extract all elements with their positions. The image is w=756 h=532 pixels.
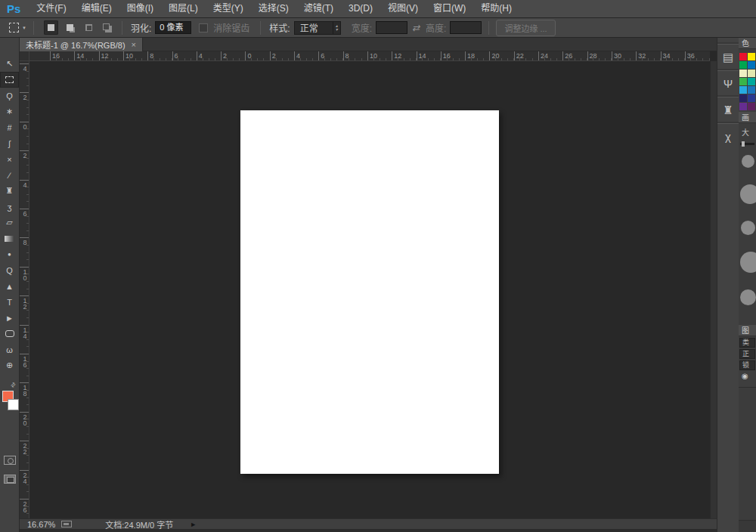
layer-filter-field[interactable]: 类 xyxy=(739,338,755,348)
height-input[interactable] xyxy=(450,21,482,34)
hand-tool[interactable]: ω xyxy=(0,342,19,357)
color-swatch[interactable] xyxy=(739,53,747,60)
vertical-ruler[interactable]: 420246810121416182022242628 xyxy=(20,61,29,518)
path-selection-tool[interactable]: ► xyxy=(0,310,19,326)
zoom-tool[interactable]: ⊕ xyxy=(0,357,19,373)
intersect-selection-button[interactable] xyxy=(101,20,115,35)
tool-preset-picker[interactable]: ▼ xyxy=(9,23,26,32)
color-swatch[interactable] xyxy=(748,86,755,94)
dodge-tool[interactable]: Q xyxy=(0,262,19,278)
menu-view[interactable]: 视图(V) xyxy=(380,0,426,17)
menu-bar: Ps 文件(F)编辑(E)图像(I)图层(L)类型(Y)选择(S)滤镜(T)3D… xyxy=(0,0,756,18)
document-tab[interactable]: 未标题-1 @ 16.7%(RGB/8) × xyxy=(20,38,143,51)
pen-tool[interactable]: ▲ xyxy=(0,278,19,294)
ruler-tick xyxy=(20,237,29,238)
ruler-label: 30 xyxy=(614,52,621,60)
color-swatch[interactable] xyxy=(739,61,747,69)
zoom-level-field[interactable]: 16.67% xyxy=(27,520,55,529)
spinner-icon: ▴▾ xyxy=(333,22,338,34)
antialias-checkbox[interactable] xyxy=(199,23,208,32)
color-swatch[interactable] xyxy=(748,61,755,69)
vertical-scrollbar[interactable] xyxy=(710,61,717,518)
screen-mode-button[interactable] xyxy=(4,475,16,484)
subtract-from-selection-button[interactable] xyxy=(82,20,96,35)
blend-mode-select[interactable]: 正 xyxy=(739,349,755,359)
crop-tool[interactable]: # xyxy=(0,119,19,135)
brush-tip-preview[interactable] xyxy=(740,184,756,204)
quick-mask-button[interactable] xyxy=(4,456,16,465)
type-tool[interactable]: T xyxy=(0,294,19,310)
brush-size-slider[interactable] xyxy=(740,143,754,145)
ruler-label: 28 xyxy=(590,52,597,60)
width-input[interactable] xyxy=(376,21,407,34)
layer-visibility-eye-icon[interactable]: ◉ xyxy=(739,372,755,382)
status-menu-arrow-icon[interactable]: ► xyxy=(190,521,197,528)
layers-panel-tab[interactable]: 图 xyxy=(739,325,756,336)
brush-tip-preview[interactable] xyxy=(740,252,756,273)
color-swatch[interactable] xyxy=(748,103,755,110)
brush-tip-preview[interactable] xyxy=(742,155,754,168)
ruler-tick xyxy=(20,63,29,64)
brush-tip-preview[interactable] xyxy=(740,289,756,305)
ruler-tick xyxy=(74,51,75,61)
eraser-tool[interactable]: ▱ xyxy=(0,215,19,230)
feather-input[interactable]: 0 像素 xyxy=(155,21,191,34)
style-select[interactable]: 正常 ▴▾ xyxy=(294,21,341,35)
color-swatch[interactable] xyxy=(739,103,747,110)
eyedropper-tool[interactable]: ʃ xyxy=(0,135,19,151)
new-selection-button[interactable] xyxy=(44,20,58,35)
background-color-swatch[interactable] xyxy=(8,399,19,410)
history-brush-tool[interactable]: ʒ xyxy=(0,199,19,215)
ruler-tick xyxy=(294,51,295,61)
menu-edit[interactable]: 编辑(E) xyxy=(74,0,119,17)
ruler-label: 10 xyxy=(370,52,377,60)
blur-tool[interactable]: ● xyxy=(0,246,19,262)
color-swatch[interactable] xyxy=(739,94,747,102)
healing-brush-tool[interactable]: × xyxy=(0,151,19,167)
swap-colors-icon[interactable]: ⇄ xyxy=(9,381,17,389)
horizontal-ruler[interactable]: 1614121086420246810121416182022242628303… xyxy=(29,51,710,61)
shape-tool[interactable] xyxy=(0,326,19,342)
color-swatch[interactable] xyxy=(748,53,755,60)
brush-tool[interactable]: ∕ xyxy=(0,167,19,183)
menu-window[interactable]: 窗口(W) xyxy=(426,0,473,17)
tool-presets-panel-icon[interactable]: Ψ xyxy=(717,70,739,96)
menu-type[interactable]: 类型(Y) xyxy=(206,0,251,17)
measure-tools-panel-icon[interactable]: χ xyxy=(717,123,739,149)
color-swatch[interactable] xyxy=(739,78,747,85)
brush-tip-preview[interactable] xyxy=(741,221,755,235)
brush-presets-panel-icon[interactable]: ▤ xyxy=(717,44,739,70)
menu-filter[interactable]: 滤镜(T) xyxy=(296,0,341,17)
color-swatch[interactable] xyxy=(739,86,747,94)
lock-controls[interactable]: 锁 xyxy=(739,360,755,370)
menu-file[interactable]: 文件(F) xyxy=(29,0,73,17)
gradient-tool[interactable] xyxy=(0,230,19,246)
ruler-label: 16 xyxy=(52,52,60,60)
ruler-label: 20 xyxy=(21,413,29,425)
clone-stamp-tool[interactable]: ♜ xyxy=(0,183,19,199)
color-swatch[interactable] xyxy=(739,70,747,77)
swatches-panel-tab[interactable]: 色 xyxy=(739,38,756,49)
rectangular-marquee-tool[interactable] xyxy=(0,72,19,88)
ruler-tick xyxy=(245,51,246,61)
close-icon[interactable]: × xyxy=(132,40,136,49)
color-swatch[interactable] xyxy=(748,78,755,85)
menu-help[interactable]: 帮助(H) xyxy=(473,0,519,17)
brush-panel-tab[interactable]: 画 xyxy=(739,112,756,123)
color-swatch[interactable] xyxy=(748,70,755,77)
ruler-tick xyxy=(172,51,173,61)
menu-3d[interactable]: 3D(D) xyxy=(341,0,380,17)
quick-selection-tool[interactable]: ∗ xyxy=(0,104,19,119)
refine-edge-button[interactable]: 调整边缘 ... xyxy=(496,20,555,36)
color-swatch[interactable] xyxy=(748,94,755,102)
clone-source-panel-icon[interactable]: ♜ xyxy=(717,97,739,122)
menu-select[interactable]: 选择(S) xyxy=(251,0,296,17)
swap-dimensions-icon[interactable]: ⇄ xyxy=(412,23,420,33)
add-to-selection-button[interactable] xyxy=(63,20,77,35)
menu-image[interactable]: 图像(I) xyxy=(119,0,161,17)
move-tool[interactable]: ↖ xyxy=(0,56,19,72)
lasso-tool[interactable]: Ϙ xyxy=(0,88,19,104)
canvas-page[interactable] xyxy=(240,110,499,474)
ruler-tick xyxy=(20,122,29,122)
menu-layer[interactable]: 图层(L) xyxy=(161,0,206,17)
